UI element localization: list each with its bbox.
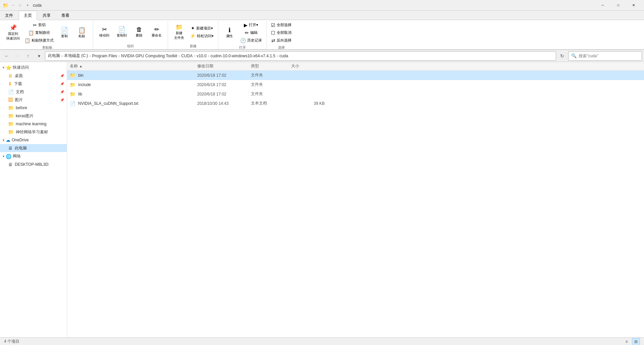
pictures-label: 图片 [15, 97, 23, 103]
title-bar: 📁 ─ □ ▾ cuda ─ □ ✕ [0, 0, 644, 11]
back-button[interactable]: ← [2, 51, 11, 61]
breadcrumb-thispc[interactable]: 此电脑 [48, 53, 60, 59]
tab-file[interactable]: 文件 [0, 11, 18, 20]
col-header-size[interactable]: 大小 [291, 63, 325, 69]
breadcrumb-cuda-final[interactable]: cuda [279, 54, 288, 58]
delete-label: 删除 [136, 33, 143, 38]
tab-share[interactable]: 共享 [38, 11, 56, 20]
sidebar: ▾ ⭐ 快速访问 🖥 桌面 📌 ⬇ 下载 📌 📄 文档 📌 🖼 图片 📌 📁 b… [0, 62, 67, 337]
table-row[interactable]: 📄 NVIDIA_SLA_cuDNN_Support.txt 2018/10/3… [67, 99, 644, 108]
sidebar-item-pictures[interactable]: 🖼 图片 📌 [0, 96, 67, 104]
network-header[interactable]: ▾ 🌐 网络 [0, 152, 67, 160]
deselect-all-icon: ☐ [271, 30, 275, 35]
large-icons-view-button[interactable]: ⊞ [632, 338, 640, 345]
col-header-date[interactable]: 修改日期 [197, 63, 251, 69]
open-label: 打开▾ [249, 22, 258, 27]
tab-home[interactable]: 主页 [19, 11, 37, 20]
cut-label: 剪切 [38, 22, 46, 27]
address-bar[interactable]: 此电脑 › 本地磁盘 (C:) › Program Files › NVIDIA… [45, 51, 556, 61]
minimize-button[interactable]: ─ [595, 0, 610, 11]
new-item-label: 新建项目▾ [196, 26, 213, 31]
search-input[interactable] [579, 54, 639, 58]
sidebar-item-machinelearning[interactable]: 📁 machine learning [0, 120, 67, 128]
organize-buttons: ✂ 移动到 📄 复制到 🗑 删除 ✏ 重命名 [96, 21, 165, 43]
refresh-button[interactable]: ↻ [557, 51, 567, 61]
new-item-button[interactable]: ✦ 新建项目▾ [188, 25, 215, 32]
close-button[interactable]: ✕ [626, 0, 641, 11]
new-folder-button[interactable]: 📁 新建文件夹 [171, 23, 187, 42]
invert-select-button[interactable]: ⇄ 反向选择 [269, 37, 293, 44]
select-all-button[interactable]: ☑ 全部选择 [269, 21, 293, 28]
sidebar-item-thispc[interactable]: 🖥 此电脑 [0, 144, 67, 152]
file-type-cell: 文件夹 [251, 82, 291, 87]
clipboard-small-group: ✂ 剪切 📋 复制路径 📋 粘贴快捷方式 [23, 21, 55, 44]
move-to-button[interactable]: ✂ 移动到 [96, 25, 113, 39]
keras-label: keras图片 [16, 113, 34, 119]
status-bar: 4 个项目 ≡ ⊞ [0, 337, 644, 345]
tab-view[interactable]: 查看 [56, 11, 74, 20]
file-type-cell: 文件夹 [251, 91, 291, 97]
new-label: 新建 [171, 43, 215, 49]
sidebar-item-before[interactable]: 📁 before [0, 104, 67, 112]
sidebar-item-neural[interactable]: 📁 神经网络学习素材 [0, 128, 67, 136]
new-folder-label: 新建文件夹 [174, 31, 184, 40]
col-header-name[interactable]: 名称 ▲ [70, 63, 197, 69]
table-row[interactable]: 📁 lib 2020/6/18 17:02 文件夹 [67, 89, 644, 99]
breadcrumb-c[interactable]: 本地磁盘 (C:) [64, 53, 88, 59]
quick-access-label: 快速访问 [13, 65, 29, 70]
thispc-label: 此电脑 [15, 145, 27, 151]
paste-shortcut-button[interactable]: 📋 粘贴快捷方式 [23, 37, 55, 44]
folder-icon: 📁 [70, 73, 75, 78]
sidebar-item-desktop-network[interactable]: 🖥 DESKTOP-M8L3D: [0, 160, 67, 168]
deselect-all-button[interactable]: ☐ 全部取消 [269, 29, 293, 36]
sidebar-item-downloads[interactable]: ⬇ 下载 📌 [0, 80, 67, 88]
documents-label: 文档 [16, 89, 24, 95]
history-button[interactable]: 🕐 历史记录 [238, 37, 264, 44]
table-row[interactable]: 📁 bin 2020/6/18 17:02 文件夹 [67, 71, 644, 80]
ribbon-group-new: 📁 新建文件夹 ✦ 新建项目▾ ⚡ 轻松访问▾ 新建 [168, 21, 218, 49]
paste-button[interactable]: 📋 粘贴 [73, 26, 90, 40]
network-chevron: ▾ [3, 154, 4, 158]
details-view-button[interactable]: ≡ [623, 338, 631, 345]
file-date-cell: 2020/6/18 17:02 [197, 92, 251, 96]
easy-access-button[interactable]: ⚡ 轻松访问▾ [188, 32, 215, 40]
file-name-cell: 📁 lib [70, 91, 197, 97]
cut-button[interactable]: ✂ 剪切 [23, 21, 55, 28]
copy-path-button[interactable]: 📋 复制路径 [23, 29, 55, 36]
breadcrumb-nvidia[interactable]: NVIDIA GPU Computing Toolkit [121, 54, 177, 58]
copy-to-button[interactable]: 📄 复制到 [113, 25, 130, 39]
main-layout: ▾ ⭐ 快速访问 🖥 桌面 📌 ⬇ 下载 📌 📄 文档 📌 🖼 图片 📌 📁 b… [0, 62, 644, 337]
paste-icon: 📋 [78, 27, 86, 33]
rename-button[interactable]: ✏ 重命名 [148, 25, 165, 39]
maximize-button[interactable]: □ [610, 0, 626, 11]
onedrive-header[interactable]: ▾ ☁ OneDrive [0, 136, 67, 144]
edit-button[interactable]: ✏ 编辑 [238, 29, 264, 36]
sidebar-item-keras[interactable]: 📁 keras图片 [0, 112, 67, 120]
copy-button[interactable]: 📄 复制 [56, 26, 73, 40]
col-header-type[interactable]: 类型 [251, 63, 291, 69]
forward-button[interactable]: → [13, 51, 22, 61]
clipboard-label: 剪贴板 [4, 44, 90, 51]
breadcrumb-cuda[interactable]: CUDA [181, 54, 193, 58]
up-button[interactable]: ↑ [23, 51, 33, 61]
sidebar-item-desktop[interactable]: 🖥 桌面 📌 [0, 72, 67, 80]
recent-dropdown-button[interactable]: ▾ [34, 51, 44, 61]
onedrive-icon: ☁ [6, 137, 10, 143]
breadcrumb-cudnn[interactable]: cudnn-10.0-windows10-x64-v7.4.1.5 [211, 54, 275, 58]
file-name: bin [78, 73, 84, 78]
table-row[interactable]: 📁 include 2020/6/18 17:02 文件夹 [67, 80, 644, 89]
properties-icon: ℹ [228, 27, 231, 33]
open-button[interactable]: ▶ 打开▾ [238, 21, 264, 28]
file-list: 📁 bin 2020/6/18 17:02 文件夹 📁 include 2020… [67, 71, 644, 337]
quick-access-header[interactable]: ▾ ⭐ 快速访问 [0, 63, 67, 72]
sidebar-item-documents[interactable]: 📄 文档 📌 [0, 88, 67, 96]
breadcrumb-v10[interactable]: v10.0 [197, 54, 206, 58]
copyto-icon: 📄 [118, 26, 125, 32]
properties-button[interactable]: ℹ 属性 [221, 26, 238, 40]
delete-button[interactable]: 🗑 删除 [131, 25, 148, 39]
clipboard-buttons: 📌 固定到快速访问 ✂ 剪切 📋 复制路径 📋 粘贴快捷方式 [4, 21, 90, 44]
cut-icon: ✂ [33, 23, 37, 27]
search-bar[interactable]: 🔍 [568, 51, 642, 61]
pin-quickaccess-button[interactable]: 📌 固定到快速访问 [4, 23, 22, 42]
breadcrumb-programfiles[interactable]: Program Files [92, 54, 117, 58]
